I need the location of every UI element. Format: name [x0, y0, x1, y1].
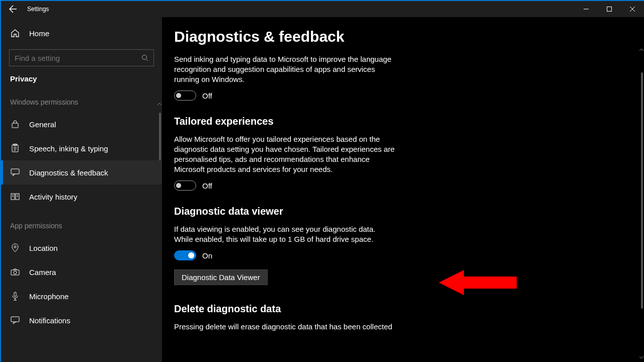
sidebar-group-windows-permissions: Windows permissions [1, 92, 162, 112]
svg-point-10 [14, 271, 17, 274]
close-icon [630, 7, 635, 12]
viewer-toggle-state: On [202, 251, 212, 260]
sidebar-item-activity[interactable]: Activity history [1, 185, 162, 209]
sidebar-item-location[interactable]: Location [1, 236, 162, 260]
close-button[interactable] [621, 1, 644, 17]
viewer-description: If data viewing is enabled, you can see … [174, 224, 395, 244]
diagnostic-data-viewer-button[interactable]: Diagnostic Data Viewer [174, 269, 268, 285]
delete-heading: Delete diagnostic data [174, 303, 562, 315]
tailored-description: Allow Microsoft to offer you tailored ex… [174, 134, 395, 174]
svg-rect-3 [12, 145, 18, 152]
minimize-icon [584, 7, 589, 12]
maximize-button[interactable] [598, 1, 621, 17]
sidebar-category: Privacy [1, 71, 162, 92]
sidebar-item-label: Speech, inking & typing [29, 144, 108, 153]
content-scroll-down[interactable] [639, 355, 644, 360]
scroll-up-arrow[interactable] [157, 102, 162, 107]
titlebar: Settings [1, 1, 644, 17]
inking-toggle-state: Off [202, 92, 212, 100]
sidebar-item-general[interactable]: General [1, 112, 162, 136]
back-button[interactable] [1, 1, 25, 17]
content-scrollbar[interactable] [641, 72, 643, 309]
inking-toggle[interactable] [174, 90, 196, 101]
search-input[interactable] [9, 49, 154, 66]
delete-description: Pressing delete will erase diagnostic da… [174, 322, 395, 332]
sidebar-item-label: General [29, 120, 56, 129]
feedback-icon [10, 167, 20, 177]
sidebar: Home Privacy Windows permissions General [1, 17, 162, 362]
sidebar-item-label: Location [29, 244, 58, 252]
window-title: Settings [25, 6, 49, 13]
viewer-toggle[interactable] [174, 250, 196, 260]
back-arrow-icon [9, 5, 17, 13]
sidebar-item-speech[interactable]: Speech, inking & typing [1, 136, 162, 160]
svg-rect-12 [11, 317, 19, 322]
sidebar-item-label: Camera [29, 268, 56, 277]
search-field[interactable] [15, 54, 141, 62]
sidebar-home-label: Home [29, 29, 49, 38]
sidebar-item-diagnostics[interactable]: Diagnostics & feedback [1, 160, 162, 185]
svg-rect-11 [14, 292, 16, 297]
sidebar-item-notifications[interactable]: Notifications [1, 308, 162, 332]
content-scroll-up[interactable] [639, 47, 644, 52]
location-icon [10, 243, 20, 253]
svg-rect-5 [11, 169, 19, 174]
home-icon [10, 28, 20, 38]
history-icon [10, 192, 20, 202]
camera-icon [10, 267, 20, 277]
sidebar-home[interactable]: Home [1, 21, 162, 45]
svg-rect-0 [607, 7, 612, 12]
sidebar-item-label: Notifications [29, 316, 70, 325]
clipboard-icon [10, 143, 20, 153]
notifications-icon [10, 315, 20, 325]
svg-point-1 [142, 55, 147, 60]
minimize-button[interactable] [575, 1, 598, 17]
sidebar-item-label: Activity history [29, 193, 77, 201]
inking-description: Send inking and typing data to Microsoft… [174, 54, 395, 84]
viewer-heading: Diagnostic data viewer [174, 206, 562, 217]
tailored-heading: Tailored experiences [174, 116, 562, 127]
svg-point-8 [14, 246, 16, 248]
sidebar-group-app-permissions: App permissions [1, 209, 162, 236]
sidebar-item-label: Diagnostics & feedback [29, 168, 108, 177]
search-icon [141, 54, 148, 61]
maximize-icon [607, 7, 612, 12]
tailored-toggle-state: Off [202, 182, 212, 190]
page-title: Diagnostics & feedback [174, 28, 562, 45]
microphone-icon [10, 291, 20, 301]
sidebar-item-label: Microphone [29, 292, 68, 301]
tailored-toggle[interactable] [174, 180, 196, 191]
content-area: Diagnostics & feedback Send inking and t… [162, 17, 644, 362]
lock-icon [10, 119, 20, 129]
sidebar-item-microphone[interactable]: Microphone [1, 284, 162, 308]
sidebar-item-camera[interactable]: Camera [1, 260, 162, 284]
svg-rect-2 [12, 123, 18, 128]
